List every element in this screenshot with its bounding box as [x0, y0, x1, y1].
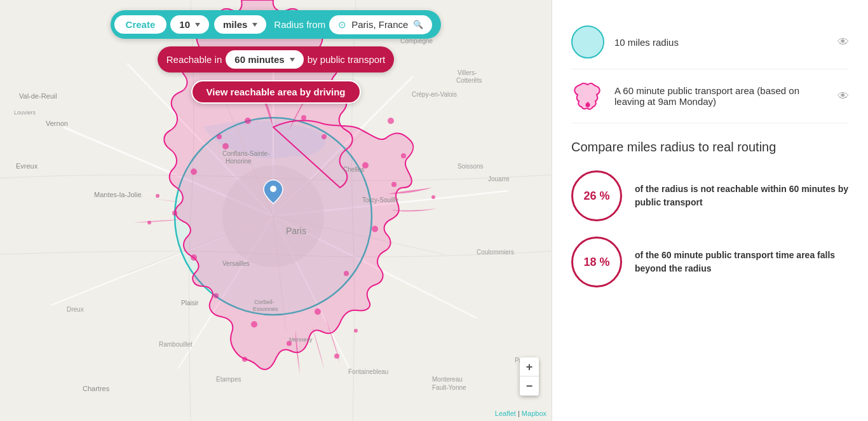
stat-text-1: of the radius is not reachable within 60…: [635, 183, 849, 209]
minutes-chevron-icon: [290, 58, 295, 62]
transport-toolbar: Reachable in 60 minutes by public transp…: [158, 46, 395, 72]
mapbox-link[interactable]: Mapbox: [522, 410, 546, 417]
stat-item-2: 18 % of the 60 minute public transport t…: [571, 237, 849, 287]
svg-point-37: [354, 329, 358, 333]
number-chevron-icon: [195, 23, 200, 27]
svg-point-30: [217, 134, 222, 139]
svg-text:Chelles: Chelles: [343, 166, 364, 173]
compare-title: Compare miles radius to real routing: [571, 139, 849, 155]
svg-text:Essonnes: Essonnes: [253, 306, 278, 312]
svg-text:Jouarre: Jouarre: [488, 176, 510, 183]
svg-text:Louviers: Louviers: [14, 109, 36, 116]
stat-text-2: of the 60 minute public transport time a…: [635, 249, 849, 275]
svg-point-39: [147, 221, 151, 224]
minutes-selector[interactable]: 60 minutes: [226, 50, 303, 69]
svg-text:Dreux: Dreux: [67, 306, 84, 313]
svg-text:Plaisir: Plaisir: [181, 300, 199, 307]
svg-point-17: [222, 143, 229, 149]
number-selector[interactable]: 10: [170, 15, 209, 34]
legend-item-radius: 10 miles radius 👁: [571, 15, 849, 69]
svg-point-22: [344, 271, 349, 276]
top-toolbar: Create 10 miles Radius from ⊙ Paris, Fra…: [111, 10, 442, 39]
zoom-controls: + −: [520, 357, 539, 396]
svg-text:Rambouillet: Rambouillet: [159, 341, 193, 348]
svg-point-32: [401, 153, 406, 158]
svg-point-28: [172, 210, 177, 216]
svg-text:Paris: Paris: [286, 226, 306, 236]
transport-legend-text: A 60 minute public transport area (based…: [614, 85, 827, 107]
right-panel: 10 miles radius 👁 A 60 minute public tra…: [552, 0, 868, 421]
radius-from-label: Radius from: [274, 19, 325, 30]
reachable-in-label: Reachable in: [166, 54, 222, 65]
svg-point-38: [156, 194, 159, 198]
map-container: Vernon Evreux Val-de-Reuil Louviers Mant…: [0, 0, 552, 421]
svg-point-35: [242, 357, 247, 362]
zoom-in-button[interactable]: +: [520, 357, 539, 376]
svg-text:Torcy-Souillv: Torcy-Souillv: [362, 197, 398, 204]
location-input[interactable]: ⊙ Paris, France 🔍: [329, 15, 432, 34]
search-icon: 🔍: [413, 20, 423, 29]
svg-text:Chartres: Chartres: [83, 385, 110, 392]
svg-point-34: [301, 115, 306, 120]
svg-point-74: [586, 103, 590, 107]
unit-selector[interactable]: miles: [213, 14, 268, 35]
leaflet-link[interactable]: Leaflet: [495, 410, 516, 417]
svg-text:Etampes: Etampes: [216, 376, 241, 383]
svg-text:Mennecy: Mennecy: [289, 336, 313, 343]
svg-point-31: [245, 118, 251, 124]
svg-point-20: [391, 182, 397, 187]
svg-point-73: [270, 186, 276, 192]
map-controls: Create 10 miles Radius from ⊙ Paris, Fra…: [0, 10, 552, 104]
stat-item-1: 26 % of the radius is not reachable with…: [571, 170, 849, 221]
svg-text:Soissons: Soissons: [458, 163, 484, 170]
svg-text:Coulommiers: Coulommiers: [477, 249, 514, 256]
map-attribution: Leaflet | Mapbox: [495, 410, 546, 417]
eye-icon-transport[interactable]: 👁: [837, 90, 849, 103]
svg-text:Vernon: Vernon: [46, 120, 68, 127]
svg-point-25: [251, 321, 257, 328]
svg-point-21: [372, 226, 378, 232]
zoom-out-button[interactable]: −: [520, 376, 539, 396]
svg-point-23: [315, 308, 321, 315]
svg-text:Honorine: Honorine: [226, 158, 252, 165]
svg-point-18: [322, 134, 327, 139]
svg-text:Versailles: Versailles: [222, 260, 250, 267]
svg-text:Fontainebleau: Fontainebleau: [348, 368, 388, 375]
svg-text:Evreux: Evreux: [16, 162, 38, 170]
radius-legend-text: 10 miles radius: [614, 37, 827, 48]
transport-label: by public transport: [308, 54, 386, 65]
unit-chevron-icon: [252, 23, 257, 27]
location-pin-icon: ⊙: [338, 19, 346, 31]
svg-text:Montereau: Montereau: [432, 376, 463, 383]
svg-point-27: [191, 254, 197, 261]
transport-area-icon: [571, 79, 604, 113]
create-button[interactable]: Create: [114, 15, 167, 34]
svg-point-33: [388, 118, 394, 124]
eye-icon-radius[interactable]: 👁: [837, 36, 849, 49]
svg-text:Corbeil-: Corbeil-: [254, 299, 275, 305]
svg-text:Conflans-Sainte-: Conflans-Sainte-: [222, 150, 269, 157]
svg-text:Mantes-la-Jolie: Mantes-la-Jolie: [94, 191, 142, 198]
driving-button[interactable]: View reachable area by driving: [191, 80, 361, 104]
svg-point-26: [214, 293, 219, 298]
stat-circle-1: 26 %: [571, 170, 622, 221]
svg-text:Fault-Yonne: Fault-Yonne: [432, 384, 466, 391]
svg-point-36: [334, 354, 339, 359]
svg-point-29: [191, 169, 197, 175]
legend-item-transport: A 60 minute public transport area (based…: [571, 69, 849, 123]
svg-point-40: [431, 195, 435, 199]
compare-section: Compare miles radius to real routing 26 …: [571, 139, 849, 287]
radius-circle-icon: [571, 25, 604, 59]
stat-circle-2: 18 %: [571, 237, 622, 287]
